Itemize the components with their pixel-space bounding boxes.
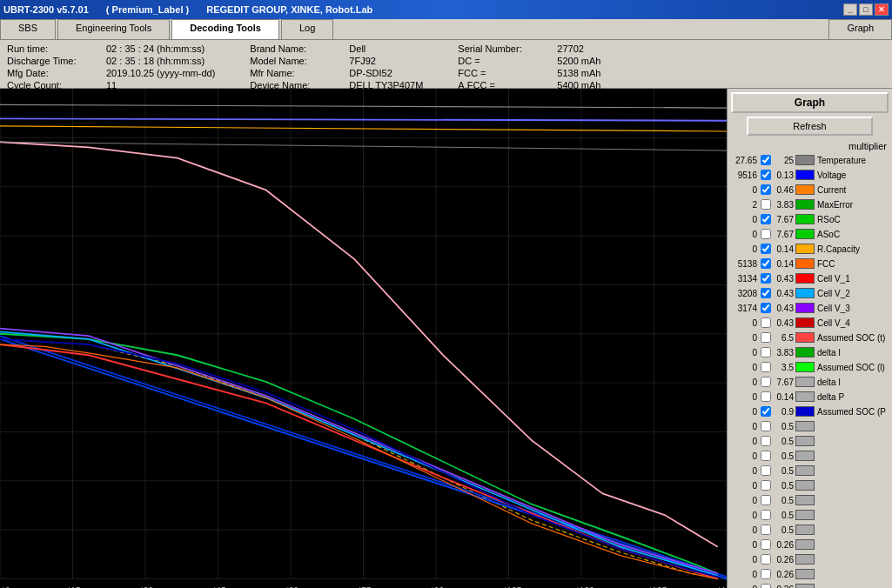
data-row: 00.5 xyxy=(731,434,889,448)
maximize-button[interactable]: □ xyxy=(859,3,873,16)
data-row-label: Assumed SOC (t) xyxy=(817,333,885,343)
data-row-checkbox[interactable] xyxy=(760,495,772,505)
multiplier-value: 0.26 xyxy=(773,555,795,565)
data-row-value: 3174 xyxy=(731,304,759,313)
data-row-label: Cell V_1 xyxy=(817,274,850,284)
data-row-checkbox[interactable] xyxy=(760,539,772,550)
data-row-label: Cell V_3 xyxy=(817,304,850,313)
data-row-checkbox[interactable] xyxy=(760,436,772,446)
model-name-value: 7FJ92 xyxy=(349,56,376,66)
run-time-label: Run time: xyxy=(7,43,103,54)
graph-button[interactable]: Graph xyxy=(731,92,889,113)
data-row: 00.5 xyxy=(731,464,889,478)
data-row: 07.67ASoC xyxy=(731,227,889,241)
data-row-checkbox[interactable] xyxy=(760,214,772,224)
minimize-button[interactable]: _ xyxy=(843,3,857,16)
multiplier-header: multiplier xyxy=(731,141,889,151)
tab-log[interactable]: Log xyxy=(281,19,333,39)
refresh-button[interactable]: Refresh xyxy=(747,117,873,136)
right-panel: Graph Refresh multiplier 27.6525Temperat… xyxy=(727,89,892,588)
data-row-label: delta l xyxy=(817,348,841,357)
data-row: 31740.43Cell V_3 xyxy=(731,301,889,315)
data-row-checkbox[interactable] xyxy=(760,288,772,298)
multiplier-value: 0.5 xyxy=(773,511,795,520)
color-box xyxy=(795,584,815,588)
tab-sbs[interactable]: SBS xyxy=(0,19,56,39)
data-row: 03.83delta l xyxy=(731,345,889,359)
data-row-label: delta l xyxy=(817,378,841,387)
data-row-checkbox[interactable] xyxy=(760,273,772,284)
data-row: 00.5 xyxy=(731,493,889,507)
color-box xyxy=(795,303,815,313)
data-row: 31340.43Cell V_1 xyxy=(731,271,889,285)
multiplier-value: 0.5 xyxy=(773,437,795,446)
data-row-checkbox[interactable] xyxy=(760,199,772,210)
data-row-checkbox[interactable] xyxy=(760,569,772,579)
data-row-label: Cell V_2 xyxy=(817,289,850,298)
data-row-checkbox[interactable] xyxy=(760,480,772,491)
data-row-checkbox[interactable] xyxy=(760,525,772,535)
multiplier-value: 0.43 xyxy=(773,289,795,298)
mfg-date-label: Mfg Date: xyxy=(7,68,103,78)
info-panel: Run time: 02 : 35 : 24 (hh:mm:ss) Discha… xyxy=(0,40,892,89)
data-row-value: 0 xyxy=(731,348,759,357)
multiplier-value: 6.5 xyxy=(773,333,795,343)
color-box xyxy=(795,214,815,224)
tab-engineering-tools[interactable]: Engineering Tools xyxy=(57,19,170,39)
tab-decoding-tools[interactable]: Decoding Tools xyxy=(171,19,279,39)
tab-graph[interactable]: Graph xyxy=(828,19,892,39)
data-row: 06.5Assumed SOC (t) xyxy=(731,331,889,344)
discharge-time-label: Discharge Time: xyxy=(7,56,103,66)
color-box xyxy=(795,525,815,535)
data-row-value: 27.65 xyxy=(731,156,759,165)
data-row-checkbox[interactable] xyxy=(760,229,772,239)
data-row-checkbox[interactable] xyxy=(760,244,772,254)
data-row: 00.43Cell V_4 xyxy=(731,316,889,330)
data-row-value: 2 xyxy=(731,200,759,210)
data-row-value: 0 xyxy=(731,215,759,224)
data-row-checkbox[interactable] xyxy=(760,391,772,402)
data-row-checkbox[interactable] xyxy=(760,451,772,461)
mfr-name-value: DP-SDI52 xyxy=(349,68,392,78)
data-row-value: 0 xyxy=(731,318,759,328)
data-row-checkbox[interactable] xyxy=(760,510,772,520)
data-row-checkbox[interactable] xyxy=(760,347,772,357)
data-row-checkbox[interactable] xyxy=(760,362,772,372)
color-box xyxy=(795,184,815,195)
data-row-checkbox[interactable] xyxy=(760,465,772,476)
data-row: 32080.43Cell V_2 xyxy=(731,286,889,300)
data-row: 27.6525Temperature xyxy=(731,153,889,167)
color-box xyxy=(795,347,815,357)
discharge-time-value: 02 : 35 : 18 (hh:mm:ss) xyxy=(106,56,205,66)
data-row: 00.5 xyxy=(731,508,889,522)
data-row-checkbox[interactable] xyxy=(760,554,772,565)
data-row-label: RSoC xyxy=(817,215,841,224)
data-row: 07.67delta l xyxy=(731,375,889,389)
fcc-value: 5138 mAh xyxy=(557,68,600,78)
brand-name-label: Brand Name: xyxy=(250,43,345,54)
color-box xyxy=(795,406,815,417)
data-row-checkbox[interactable] xyxy=(760,303,772,313)
menu-bar: SBS Engineering Tools Decoding Tools Log… xyxy=(0,19,892,40)
app-name: UBRT-2300 v5.7.01 xyxy=(3,4,89,15)
data-row-checkbox[interactable] xyxy=(760,406,772,417)
data-row-checkbox[interactable] xyxy=(760,377,772,387)
data-row-checkbox[interactable] xyxy=(760,584,772,588)
data-row-checkbox[interactable] xyxy=(760,317,772,328)
data-row-checkbox[interactable] xyxy=(760,184,772,195)
run-time-value: 02 : 35 : 24 (hh:mm:ss) xyxy=(106,43,205,54)
multiplier-value: 0.5 xyxy=(773,496,795,505)
data-row: 51380.14FCC xyxy=(731,257,889,271)
multiplier-value: 7.67 xyxy=(773,230,795,239)
data-row-checkbox[interactable] xyxy=(760,258,772,269)
data-row-checkbox[interactable] xyxy=(760,170,772,180)
data-row-checkbox[interactable] xyxy=(760,155,772,165)
multiplier-value: 0.26 xyxy=(773,585,795,589)
multiplier-value: 0.5 xyxy=(773,422,795,431)
data-row-checkbox[interactable] xyxy=(760,332,772,343)
data-row-checkbox[interactable] xyxy=(760,421,772,431)
color-box xyxy=(795,510,815,520)
data-row-value: 0 xyxy=(731,333,759,343)
data-row: 00.26 xyxy=(731,582,889,588)
close-button[interactable]: ✕ xyxy=(875,3,889,16)
